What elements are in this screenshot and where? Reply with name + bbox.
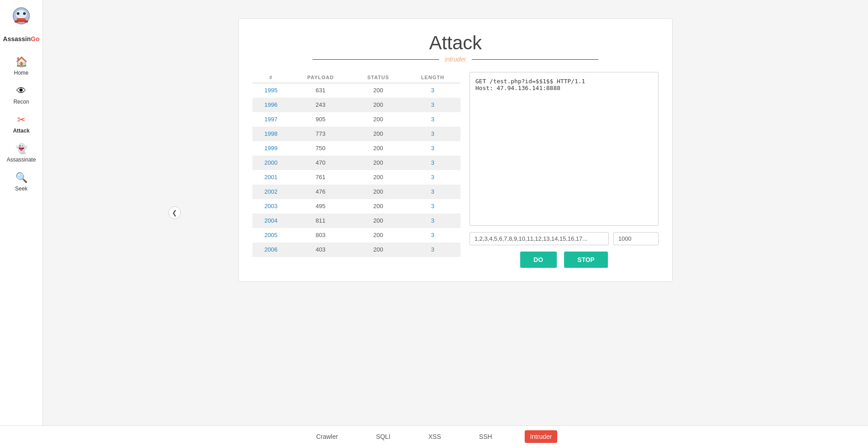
- table-row[interactable]: 1995 631 200 3: [252, 83, 460, 98]
- cell-length: 3: [405, 185, 460, 199]
- table-row[interactable]: 1998 773 200 3: [252, 127, 460, 141]
- results-table: # PAYLOAD STATUS LENGTH 1995 631 200 3 1…: [252, 72, 460, 257]
- cell-length: 3: [405, 127, 460, 141]
- brand-highlight: Go: [31, 35, 39, 43]
- results-table-section: # PAYLOAD STATUS LENGTH 1995 631 200 3 1…: [252, 72, 460, 268]
- cell-num: 2003: [252, 199, 289, 214]
- cell-num: 1998: [252, 127, 289, 141]
- table-row[interactable]: 2000 470 200 3: [252, 156, 460, 170]
- cell-length: 3: [405, 170, 460, 185]
- bottom-tab-bar: Crawler SQLI XSS SSH Intruder: [0, 425, 868, 447]
- cell-length: 3: [405, 98, 460, 112]
- tab-crawler[interactable]: Crawler: [311, 430, 343, 443]
- title-line-right: [472, 59, 598, 60]
- cell-payload: 243: [289, 98, 351, 112]
- interval-input[interactable]: [613, 232, 659, 245]
- sidebar-item-attack[interactable]: ✂ Attack: [0, 109, 43, 138]
- request-preview[interactable]: GET /test.php?id=$$1$$ HTTP/1.1 Host: 47…: [470, 72, 659, 226]
- attack-icon: ✂: [17, 114, 25, 126]
- cell-status: 200: [351, 112, 405, 127]
- table-row[interactable]: 1996 243 200 3: [252, 98, 460, 112]
- sidebar-item-seek-label: Seek: [15, 185, 27, 192]
- cell-payload: 631: [289, 83, 351, 98]
- col-header-payload: PAYLOAD: [289, 72, 351, 83]
- tab-intruder[interactable]: Intruder: [525, 430, 557, 443]
- col-header-length: LENGTH: [405, 72, 460, 83]
- svg-rect-6: [18, 22, 25, 23]
- cell-status: 200: [351, 83, 405, 98]
- cell-status: 200: [351, 243, 405, 257]
- sidebar-item-assassinate-label: Assassinate: [7, 157, 36, 163]
- cell-length: 3: [405, 156, 460, 170]
- sidebar-item-home[interactable]: 🏠 Home: [0, 52, 43, 81]
- subtitle-line: intruder: [252, 56, 659, 63]
- cell-payload: 803: [289, 228, 351, 243]
- cell-length: 3: [405, 112, 460, 127]
- table-scroll[interactable]: # PAYLOAD STATUS LENGTH 1995 631 200 3 1…: [252, 72, 460, 257]
- cell-payload: 470: [289, 156, 351, 170]
- cell-payload: 403: [289, 243, 351, 257]
- tab-sqli[interactable]: SQLI: [370, 430, 396, 443]
- cell-num: 2002: [252, 185, 289, 199]
- sidebar-item-recon-label: Recon: [14, 99, 29, 105]
- cell-num: 1999: [252, 141, 289, 156]
- cell-length: 3: [405, 243, 460, 257]
- title-line-left: [313, 59, 439, 60]
- cell-status: 200: [351, 156, 405, 170]
- content-area: ❮ Attack intruder # PAYLO: [43, 0, 868, 425]
- cell-length: 3: [405, 199, 460, 214]
- cell-status: 200: [351, 98, 405, 112]
- cell-length: 3: [405, 228, 460, 243]
- cell-payload: 811: [289, 214, 351, 228]
- stop-button[interactable]: STOP: [564, 252, 608, 268]
- table-row[interactable]: 2002 476 200 3: [252, 185, 460, 199]
- table-row[interactable]: 2003 495 200 3: [252, 199, 460, 214]
- cell-length: 3: [405, 141, 460, 156]
- cell-status: 200: [351, 127, 405, 141]
- tab-xss[interactable]: XSS: [423, 430, 446, 443]
- sidebar-item-recon[interactable]: 👁 Recon: [0, 81, 43, 109]
- action-row: DO STOP: [470, 252, 659, 268]
- page-title: Attack: [252, 32, 659, 54]
- recon-icon: 👁: [16, 85, 26, 97]
- cell-status: 200: [351, 228, 405, 243]
- cell-num: 2006: [252, 243, 289, 257]
- cell-payload: 905: [289, 112, 351, 127]
- sidebar-item-attack-label: Attack: [13, 128, 30, 134]
- app-logo: [8, 5, 35, 32]
- assassinate-icon: 👻: [15, 143, 28, 155]
- sidebar-item-seek[interactable]: 🔍 Seek: [0, 167, 43, 196]
- sidebar-item-assassinate[interactable]: 👻 Assassinate: [0, 138, 43, 167]
- cell-num: 1997: [252, 112, 289, 127]
- cell-status: 200: [351, 170, 405, 185]
- panel-body: # PAYLOAD STATUS LENGTH 1995 631 200 3 1…: [252, 72, 659, 268]
- do-button[interactable]: DO: [520, 252, 557, 268]
- table-row[interactable]: 1999 750 200 3: [252, 141, 460, 156]
- cell-status: 200: [351, 185, 405, 199]
- sidebar-item-home-label: Home: [14, 70, 28, 76]
- table-row[interactable]: 2005 803 200 3: [252, 228, 460, 243]
- svg-point-2: [17, 12, 19, 15]
- home-icon: 🏠: [15, 56, 28, 68]
- cell-num: 2004: [252, 214, 289, 228]
- table-row[interactable]: 2006 403 200 3: [252, 243, 460, 257]
- cell-length: 3: [405, 83, 460, 98]
- brand-name: AssassinGo: [3, 35, 40, 43]
- cell-status: 200: [351, 214, 405, 228]
- cell-payload: 761: [289, 170, 351, 185]
- collapse-button[interactable]: ❮: [168, 206, 181, 219]
- cell-payload: 750: [289, 141, 351, 156]
- cell-payload: 773: [289, 127, 351, 141]
- table-row[interactable]: 1997 905 200 3: [252, 112, 460, 127]
- tab-ssh[interactable]: SSH: [474, 430, 498, 443]
- cell-status: 200: [351, 199, 405, 214]
- table-row[interactable]: 2004 811 200 3: [252, 214, 460, 228]
- cell-num: 2005: [252, 228, 289, 243]
- table-row[interactable]: 2001 761 200 3: [252, 170, 460, 185]
- right-section: GET /test.php?id=$$1$$ HTTP/1.1 Host: 47…: [470, 72, 659, 268]
- col-header-status: STATUS: [351, 72, 405, 83]
- col-header-num: #: [252, 72, 289, 83]
- cell-num: 2000: [252, 156, 289, 170]
- svg-point-3: [23, 12, 26, 15]
- payload-list-input[interactable]: [470, 232, 609, 245]
